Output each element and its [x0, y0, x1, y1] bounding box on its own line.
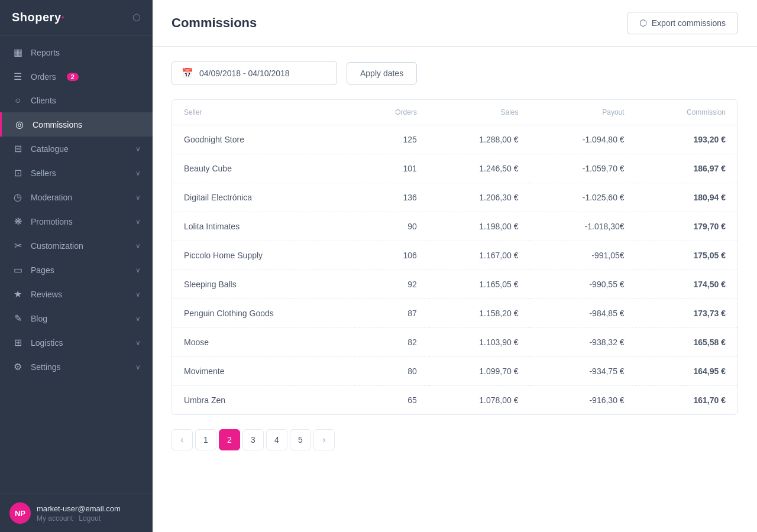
cell-seller: Lolita Intimates [172, 212, 355, 241]
cell-commission: 173,73 € [636, 299, 737, 328]
table-row: Moose 82 1.103,90 € -938,32 € 165,58 € [172, 328, 737, 357]
sidebar-footer: NP market-user@email.com My account Logo… [0, 494, 153, 532]
cell-payout: -938,32 € [530, 328, 636, 357]
sidebar-item-blog[interactable]: ✎ Blog ∨ [0, 306, 153, 330]
col-header-orders: Orders [355, 100, 429, 125]
cell-orders: 106 [355, 241, 429, 270]
cell-seller: Sleeping Balls [172, 270, 355, 299]
main-body: 📅 04/09/2018 - 04/10/2018 Apply dates Se… [153, 47, 757, 532]
cell-commission: 186,97 € [636, 154, 737, 183]
pagination-page-3-button[interactable]: 3 [242, 429, 264, 450]
cell-sales: 1.158,20 € [429, 299, 530, 328]
sidebar-item-left: ◎ Commissions [14, 119, 82, 130]
pagination-prev-button[interactable]: ‹ [172, 429, 193, 450]
calendar-icon: 📅 [182, 67, 193, 79]
sidebar-item-label: Reviews [31, 290, 62, 299]
cell-sales: 1.078,00 € [429, 386, 530, 415]
cell-sales: 1.103,90 € [429, 328, 530, 357]
pagination-page-2-button[interactable]: 2 [219, 429, 240, 450]
pagination-page-4-button[interactable]: 4 [266, 429, 287, 450]
sidebar-item-label: Promotions [31, 217, 73, 226]
my-account-link[interactable]: My account [37, 514, 73, 523]
pagination-page-5-button[interactable]: 5 [290, 429, 311, 450]
sidebar-item-orders[interactable]: ☰ Orders 2 [0, 64, 153, 89]
col-header-sales: Sales [429, 100, 530, 125]
cell-payout: -1.018,30€ [530, 212, 636, 241]
sidebar-item-reports[interactable]: ▦ Reports [0, 40, 153, 64]
pagination-next-button[interactable]: › [313, 429, 335, 450]
sidebar-item-label: Pages [31, 265, 54, 275]
cell-orders: 90 [355, 212, 429, 241]
sidebar-item-logistics[interactable]: ⊞ Logistics ∨ [0, 330, 153, 355]
sidebar-item-promotions[interactable]: ❋ Promotions ∨ [0, 209, 153, 233]
date-filter: 📅 04/09/2018 - 04/10/2018 Apply dates [172, 61, 738, 85]
cell-payout: -984,85 € [530, 299, 636, 328]
col-header-seller: Seller [172, 100, 355, 125]
promotions-icon: ❋ [12, 216, 24, 227]
sidebar-logo: Shopery· ⬡ [0, 0, 153, 35]
cell-payout: -934,75 € [530, 357, 636, 386]
sidebar-item-reviews[interactable]: ★ Reviews ∨ [0, 282, 153, 306]
cell-orders: 65 [355, 386, 429, 415]
cell-orders: 80 [355, 357, 429, 386]
sidebar-item-left: ⊞ Logistics [12, 337, 63, 348]
commissions-icon: ◎ [14, 119, 25, 130]
sidebar-item-label: Moderation [31, 193, 72, 202]
sidebar-item-moderation[interactable]: ◷ Moderation ∨ [0, 185, 153, 209]
pagination-page-1-button[interactable]: 1 [195, 429, 216, 450]
sellers-icon: ⊡ [12, 167, 24, 179]
clients-icon: ○ [12, 95, 24, 106]
export-commissions-button[interactable]: ⬡ Export commissions [627, 12, 738, 34]
date-range-text: 04/09/2018 - 04/10/2018 [199, 69, 290, 78]
sidebar: Shopery· ⬡ ▦ Reports ☰ Orders 2 ○ Client… [0, 0, 153, 532]
cell-orders: 101 [355, 154, 429, 183]
pagination: ‹12345› [172, 429, 738, 450]
settings-icon: ⚙ [12, 361, 24, 372]
chevron-down-icon: ∨ [135, 218, 141, 226]
chevron-down-icon: ∨ [135, 290, 141, 299]
cell-commission: 174,50 € [636, 270, 737, 299]
cell-payout: -990,55 € [530, 270, 636, 299]
sidebar-item-clients[interactable]: ○ Clients [0, 89, 153, 112]
sidebar-item-left: ▭ Pages [12, 264, 54, 275]
chevron-down-icon: ∨ [135, 339, 141, 347]
sidebar-nav: ▦ Reports ☰ Orders 2 ○ Clients ◎ Commiss [0, 35, 153, 494]
cell-sales: 1.288,00 € [429, 125, 530, 154]
sidebar-item-label: Sellers [31, 168, 56, 178]
main-header: Commissions ⬡ Export commissions [153, 0, 757, 47]
cell-commission: 179,70 € [636, 212, 737, 241]
cell-commission: 193,20 € [636, 125, 737, 154]
cell-commission: 165,58 € [636, 328, 737, 357]
cell-commission: 175,05 € [636, 241, 737, 270]
main-content: Commissions ⬡ Export commissions 📅 04/09… [153, 0, 757, 532]
chevron-down-icon: ∨ [135, 145, 141, 153]
expand-icon[interactable]: ⬡ [132, 12, 141, 23]
avatar: NP [9, 502, 31, 524]
commissions-table-container: SellerOrdersSalesPayoutCommission Goodni… [172, 99, 738, 415]
sidebar-item-label: Catalogue [31, 144, 69, 154]
sidebar-item-customization[interactable]: ✂ Customization ∨ [0, 233, 153, 258]
export-label: Export commissions [652, 18, 726, 28]
date-range-wrapper[interactable]: 📅 04/09/2018 - 04/10/2018 [172, 61, 337, 85]
cell-payout: -1.059,70 € [530, 154, 636, 183]
logout-link[interactable]: Logout [79, 514, 101, 523]
sidebar-item-sellers[interactable]: ⊡ Sellers ∨ [0, 161, 153, 185]
col-header-commission: Commission [636, 100, 737, 125]
table-row: Digitail Electrónica 136 1.206,30 € -1.0… [172, 183, 737, 212]
badge: 2 [67, 73, 79, 81]
chevron-down-icon: ∨ [135, 242, 141, 250]
sidebar-item-left: ○ Clients [12, 95, 56, 106]
cell-commission: 180,94 € [636, 183, 737, 212]
sidebar-item-label: Blog [31, 314, 47, 323]
sidebar-item-commissions[interactable]: ◎ Commissions [0, 112, 153, 137]
sidebar-item-catalogue[interactable]: ⊟ Catalogue ∨ [0, 137, 153, 161]
reports-icon: ▦ [12, 47, 24, 58]
sidebar-item-settings[interactable]: ⚙ Settings ∨ [0, 355, 153, 379]
sidebar-item-pages[interactable]: ▭ Pages ∨ [0, 258, 153, 282]
sidebar-item-left: ▦ Reports [12, 47, 60, 58]
cell-sales: 1.099,70 € [429, 357, 530, 386]
sidebar-item-left: ❋ Promotions [12, 216, 73, 227]
cell-seller: Goodnight Store [172, 125, 355, 154]
table-row: Sleeping Balls 92 1.165,05 € -990,55 € 1… [172, 270, 737, 299]
apply-dates-button[interactable]: Apply dates [347, 62, 417, 85]
